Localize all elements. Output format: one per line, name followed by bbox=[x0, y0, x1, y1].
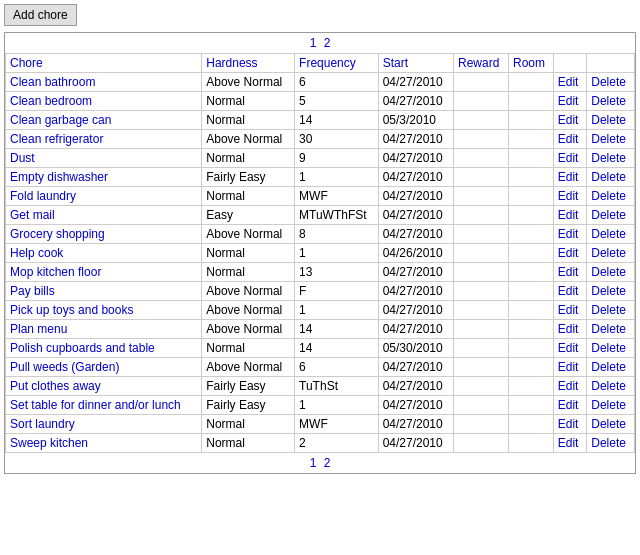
cell-frequency: 2 bbox=[295, 434, 379, 453]
table-row: Empty dishwasherFairly Easy104/27/2010Ed… bbox=[6, 168, 635, 187]
table-row: Put clothes awayFairly EasyTuThSt04/27/2… bbox=[6, 377, 635, 396]
cell-start: 04/26/2010 bbox=[378, 244, 453, 263]
cell-frequency: 13 bbox=[295, 263, 379, 282]
cell-room bbox=[509, 358, 554, 377]
cell-hardness: Above Normal bbox=[202, 320, 295, 339]
cell-frequency: MTuWThFSt bbox=[295, 206, 379, 225]
col-room: Room bbox=[509, 54, 554, 73]
cell-room bbox=[509, 130, 554, 149]
cell-start: 04/27/2010 bbox=[378, 282, 453, 301]
cell-reward bbox=[454, 149, 509, 168]
cell-reward bbox=[454, 377, 509, 396]
page-2-top[interactable]: 2 bbox=[322, 36, 333, 50]
cell-frequency: 6 bbox=[295, 73, 379, 92]
cell-room bbox=[509, 263, 554, 282]
cell-reward bbox=[454, 130, 509, 149]
cell-delete: Delete bbox=[587, 339, 635, 358]
cell-frequency: 1 bbox=[295, 168, 379, 187]
table-row: Clean bathroomAbove Normal604/27/2010Edi… bbox=[6, 73, 635, 92]
cell-edit: Edit bbox=[553, 358, 587, 377]
cell-edit: Edit bbox=[553, 168, 587, 187]
cell-delete: Delete bbox=[587, 225, 635, 244]
cell-hardness: Normal bbox=[202, 92, 295, 111]
cell-reward bbox=[454, 415, 509, 434]
cell-reward bbox=[454, 396, 509, 415]
table-row: Mop kitchen floorNormal1304/27/2010EditD… bbox=[6, 263, 635, 282]
cell-chore: Polish cupboards and table bbox=[6, 339, 202, 358]
cell-frequency: 14 bbox=[295, 339, 379, 358]
cell-room bbox=[509, 73, 554, 92]
cell-reward bbox=[454, 73, 509, 92]
cell-hardness: Above Normal bbox=[202, 358, 295, 377]
cell-delete: Delete bbox=[587, 149, 635, 168]
cell-delete: Delete bbox=[587, 415, 635, 434]
cell-edit: Edit bbox=[553, 187, 587, 206]
cell-chore: Pull weeds (Garden) bbox=[6, 358, 202, 377]
cell-delete: Delete bbox=[587, 168, 635, 187]
col-start: Start bbox=[378, 54, 453, 73]
cell-start: 04/27/2010 bbox=[378, 415, 453, 434]
table-row: Pull weeds (Garden)Above Normal604/27/20… bbox=[6, 358, 635, 377]
pagination-top: 1 2 bbox=[5, 33, 636, 54]
cell-frequency: 1 bbox=[295, 244, 379, 263]
cell-chore: Get mail bbox=[6, 206, 202, 225]
chores-table: Chore Hardness Frequency Start Reward Ro… bbox=[5, 53, 635, 453]
cell-delete: Delete bbox=[587, 434, 635, 453]
table-row: Clean bedroomNormal504/27/2010EditDelete bbox=[6, 92, 635, 111]
cell-hardness: Easy bbox=[202, 206, 295, 225]
cell-start: 04/27/2010 bbox=[378, 73, 453, 92]
cell-reward bbox=[454, 187, 509, 206]
cell-chore: Pick up toys and books bbox=[6, 301, 202, 320]
cell-start: 04/27/2010 bbox=[378, 263, 453, 282]
cell-reward bbox=[454, 434, 509, 453]
table-row: Pay billsAbove NormalF04/27/2010EditDele… bbox=[6, 282, 635, 301]
cell-edit: Edit bbox=[553, 73, 587, 92]
cell-edit: Edit bbox=[553, 415, 587, 434]
cell-reward bbox=[454, 358, 509, 377]
cell-delete: Delete bbox=[587, 358, 635, 377]
cell-frequency: 5 bbox=[295, 92, 379, 111]
cell-edit: Edit bbox=[553, 396, 587, 415]
cell-start: 04/27/2010 bbox=[378, 225, 453, 244]
col-delete-header bbox=[587, 54, 635, 73]
page-1-top[interactable]: 1 bbox=[308, 36, 319, 50]
cell-edit: Edit bbox=[553, 301, 587, 320]
cell-hardness: Normal bbox=[202, 263, 295, 282]
cell-frequency: F bbox=[295, 282, 379, 301]
cell-reward bbox=[454, 320, 509, 339]
cell-delete: Delete bbox=[587, 73, 635, 92]
cell-frequency: 14 bbox=[295, 320, 379, 339]
cell-chore: Sweep kitchen bbox=[6, 434, 202, 453]
cell-edit: Edit bbox=[553, 244, 587, 263]
table-row: Get mailEasyMTuWThFSt04/27/2010EditDelet… bbox=[6, 206, 635, 225]
cell-delete: Delete bbox=[587, 92, 635, 111]
cell-frequency: 1 bbox=[295, 301, 379, 320]
table-header-row: Chore Hardness Frequency Start Reward Ro… bbox=[6, 54, 635, 73]
cell-start: 04/27/2010 bbox=[378, 130, 453, 149]
page-2-bottom[interactable]: 2 bbox=[322, 456, 333, 470]
cell-edit: Edit bbox=[553, 130, 587, 149]
table-row: Grocery shoppingAbove Normal804/27/2010E… bbox=[6, 225, 635, 244]
cell-delete: Delete bbox=[587, 111, 635, 130]
cell-reward bbox=[454, 168, 509, 187]
cell-frequency: 8 bbox=[295, 225, 379, 244]
cell-delete: Delete bbox=[587, 244, 635, 263]
cell-start: 04/27/2010 bbox=[378, 377, 453, 396]
cell-start: 05/3/2010 bbox=[378, 111, 453, 130]
cell-frequency: MWF bbox=[295, 415, 379, 434]
cell-room bbox=[509, 168, 554, 187]
cell-frequency: TuThSt bbox=[295, 377, 379, 396]
cell-delete: Delete bbox=[587, 301, 635, 320]
add-chore-button[interactable]: Add chore bbox=[4, 4, 77, 26]
cell-reward bbox=[454, 263, 509, 282]
cell-hardness: Normal bbox=[202, 111, 295, 130]
page-1-bottom[interactable]: 1 bbox=[308, 456, 319, 470]
cell-delete: Delete bbox=[587, 206, 635, 225]
cell-start: 05/30/2010 bbox=[378, 339, 453, 358]
cell-start: 04/27/2010 bbox=[378, 168, 453, 187]
cell-hardness: Fairly Easy bbox=[202, 377, 295, 396]
cell-room bbox=[509, 187, 554, 206]
cell-room bbox=[509, 111, 554, 130]
table-row: Sort laundryNormalMWF04/27/2010EditDelet… bbox=[6, 415, 635, 434]
table-row: Sweep kitchenNormal204/27/2010EditDelete bbox=[6, 434, 635, 453]
